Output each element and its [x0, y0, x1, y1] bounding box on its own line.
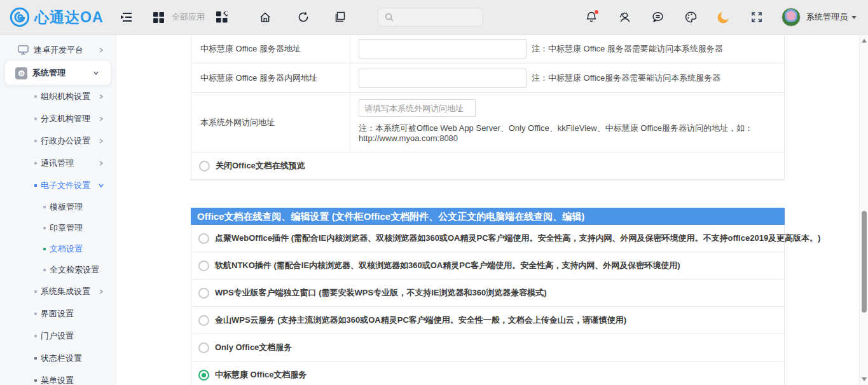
scrollbar-down-arrow[interactable] — [862, 377, 867, 381]
sidebar-item-label: 印章管理 — [50, 222, 83, 234]
dark-mode-moon-icon[interactable] — [715, 9, 732, 25]
all-apps-label[interactable]: 全部应用 — [172, 11, 205, 23]
sidebar-item-communication[interactable]: 通讯管理 — [0, 152, 116, 174]
user-avatar[interactable] — [782, 8, 801, 27]
sidebar-item-label: 行政办公设置 — [41, 135, 90, 147]
sidebar-item-dev-platform[interactable]: 速卓开发平台 — [0, 39, 116, 61]
field-label: 中标慧康 Office 服务器地址 — [191, 35, 350, 63]
sidebar-item-admin-office-settings[interactable]: 行政办公设置 — [0, 130, 116, 152]
chevron-down-icon — [98, 182, 104, 189]
radio-button[interactable] — [199, 161, 210, 172]
refresh-icon[interactable] — [295, 9, 312, 25]
all-apps-grid-icon[interactable] — [150, 9, 167, 25]
office-service-options-list: 点聚WebOffice插件 (需配合IE内核浏览器、双核浏览器如360或OA精灵… — [191, 225, 785, 385]
bullet-dot — [34, 184, 37, 187]
option-row-wps-cloud[interactable]: 金山WPS云服务 (支持主流浏览器如360或OA精灵PC客户端使用。安全性一般，… — [191, 307, 784, 334]
chevron-right-icon — [98, 93, 104, 100]
search-input[interactable] — [397, 13, 474, 22]
bullet-dot — [34, 357, 37, 360]
sidebar-item-label: 门户设置 — [41, 330, 74, 342]
sidebar-item-portal-settings[interactable]: 门户设置 — [0, 325, 116, 347]
table-row: 本系统外网访问地址 注：本系统可被Office Web App Server、O… — [191, 93, 784, 152]
sidebar-item-fulltext-search-settings[interactable]: 全文检索设置 — [0, 259, 116, 280]
user-menu-caret-icon[interactable] — [851, 16, 857, 19]
contacts-icon[interactable] — [616, 9, 633, 25]
vertical-scrollbar[interactable] — [859, 35, 868, 385]
sidebar-item-system-management[interactable]: ⚙ 系统管理 — [5, 61, 111, 85]
notification-bell-icon[interactable] — [583, 9, 600, 25]
top-header: 心通达OA 全部应用 — [0, 0, 868, 35]
bullet-dot — [34, 118, 37, 120]
sidebar-item-electronic-files[interactable]: 电子文件设置 — [0, 174, 116, 196]
external-access-address-input[interactable] — [359, 99, 476, 117]
header-right-tools: 系统管理员 — [567, 8, 868, 27]
bullet-dot — [43, 206, 46, 208]
app-window: 心通达OA 全部应用 — [0, 0, 868, 385]
bullet-dot — [34, 140, 37, 142]
option-row-zhongbiao-huikang[interactable]: 中标慧康 Office文档服务 — [191, 361, 784, 385]
bullet-dot — [43, 248, 46, 250]
user-name[interactable]: 系统管理员 — [806, 11, 848, 23]
option-label: 软航NTKO插件 (需配合IE内核浏览器、双核浏览器如360或OA精灵PC客户端… — [215, 260, 680, 271]
field-label: 中标慧康 Office 服务器内网地址 — [191, 64, 350, 92]
sidebar-item-label: 状态栏设置 — [41, 353, 82, 364]
sidebar-item-label: 系统集成设置 — [41, 286, 90, 297]
radio-button[interactable] — [198, 315, 209, 326]
sidebar-item-system-integration[interactable]: 系统集成设置 — [0, 280, 116, 302]
bullet-dot — [43, 227, 46, 229]
radio-button[interactable] — [198, 342, 209, 353]
theme-palette-icon[interactable] — [682, 9, 699, 25]
field-label: 本系统外网访问地址 — [191, 93, 350, 152]
fullscreen-icon[interactable] — [748, 9, 765, 25]
option-label: 金山WPS云服务 (支持主流浏览器如360或OA精灵PC客户端使用。安全性一般，… — [215, 314, 626, 326]
chevron-right-icon — [98, 116, 104, 122]
scrollbar-thumb[interactable] — [862, 211, 867, 313]
sidebar-item-branch-management[interactable]: 分支机构管理 — [0, 107, 116, 130]
sidebar-item-label: 电子文件设置 — [41, 180, 90, 191]
sidebar-item-label: 全文检索设置 — [50, 264, 99, 276]
sidebar-item-menu-settings[interactable]: 菜单设置 — [0, 369, 116, 385]
chevron-right-icon — [98, 288, 104, 295]
office-server-intranet-address-input[interactable] — [359, 69, 527, 88]
sidebar-item-statusbar-settings[interactable]: 状态栏设置 — [0, 347, 116, 369]
sidebar-item-template-management[interactable]: 模板管理 — [0, 196, 116, 217]
table-row: 中标慧康 Office 服务器内网地址 注：中标慧康 Office服务器需要能访… — [191, 64, 784, 93]
option-label: Only Office文档服务 — [215, 342, 292, 353]
sidebar-item-label: 菜单设置 — [41, 375, 74, 385]
collapse-menu-icon[interactable] — [118, 9, 135, 25]
customize-apps-icon[interactable] — [214, 9, 230, 25]
scrollbar-up-arrow[interactable] — [862, 39, 867, 43]
search-icon — [385, 13, 394, 22]
field-note: 注：本系统可被Office Web App Server、Only Office… — [359, 123, 753, 133]
office-server-address-input[interactable] — [359, 39, 527, 58]
sidebar-item-label: 模板管理 — [50, 201, 83, 213]
sidebar-item-label: 组织机构设置 — [41, 91, 90, 102]
option-row-webgoffice[interactable]: 点聚WebOffice插件 (需配合IE内核浏览器、双核浏览器如360或OA精灵… — [191, 225, 784, 252]
app-logo[interactable]: 心通达OA — [0, 6, 118, 28]
radio-button-selected[interactable] — [198, 370, 209, 381]
sidebar-item-interface-settings[interactable]: 界面设置 — [0, 302, 116, 325]
message-bubble-icon[interactable] — [649, 9, 666, 25]
close-preview-option-row[interactable]: 关闭Office文档在线预览 — [191, 152, 784, 180]
copy-window-icon[interactable] — [332, 9, 348, 25]
bullet-dot — [34, 379, 37, 382]
logo-icon — [9, 6, 31, 28]
section-title-bar: Office文档在线查阅、编辑设置 (文件柜Office文档附件、公文正文的电脑… — [191, 208, 785, 225]
server-address-table: 中标慧康 Office 服务器地址 注：中标慧康 Office 服务器需要能访问… — [191, 35, 785, 180]
table-row: 中标慧康 Office 服务器地址 注：中标慧康 Office 服务器需要能访问… — [191, 35, 784, 64]
sidebar-item-label: 文档设置 — [50, 243, 83, 255]
home-icon[interactable] — [257, 9, 273, 25]
sidebar-item-org-settings[interactable]: 组织机构设置 — [0, 85, 116, 107]
sidebar-item-seal-management[interactable]: 印章管理 — [0, 217, 116, 238]
option-row-ntko[interactable]: 软航NTKO插件 (需配合IE内核浏览器、双核浏览器如360或OA精灵PC客户端… — [191, 252, 784, 280]
search-bar[interactable] — [378, 8, 483, 27]
chevron-right-icon — [98, 47, 104, 53]
radio-button[interactable] — [198, 260, 209, 271]
option-row-onlyoffice[interactable]: Only Office文档服务 — [191, 334, 784, 361]
option-row-wps-pro[interactable]: WPS专业版客户端独立窗口 (需要安装WPS专业版，不支持IE浏览器和360浏览… — [191, 280, 784, 307]
radio-button[interactable] — [198, 233, 209, 244]
option-label: WPS专业版客户端独立窗口 (需要安装WPS专业版，不支持IE浏览器和360浏览… — [215, 287, 546, 299]
radio-button[interactable] — [198, 288, 209, 299]
bullet-dot — [34, 162, 37, 165]
sidebar-item-document-settings[interactable]: 文档设置 — [0, 238, 116, 259]
